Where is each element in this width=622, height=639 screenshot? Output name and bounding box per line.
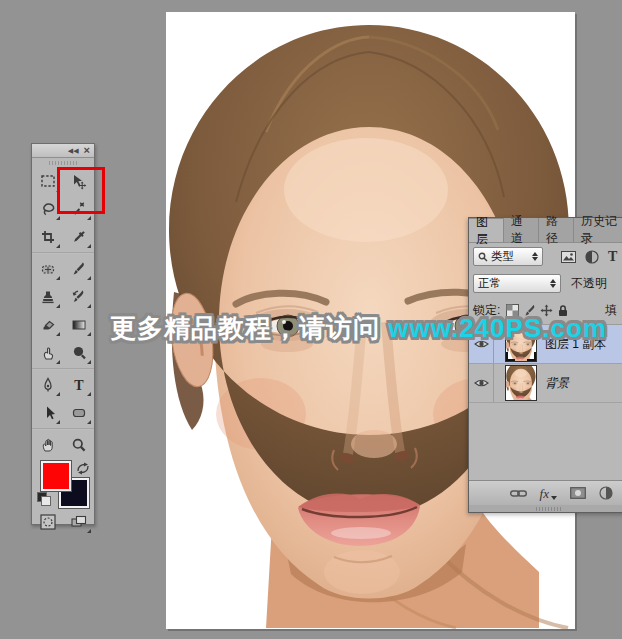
quick-mask-button[interactable] — [32, 508, 63, 536]
layers-panel-bottom-bar: fx — [469, 480, 622, 505]
visibility-toggle[interactable] — [469, 364, 494, 402]
clone-stamp-tool[interactable] — [32, 283, 63, 311]
layers-empty-area — [469, 403, 622, 480]
color-swatches — [32, 459, 96, 508]
search-icon — [478, 252, 488, 262]
panel-resize-grip[interactable] — [469, 505, 622, 512]
tab-layers[interactable]: 图层 — [469, 218, 504, 242]
tools-panel: ◀◀ × — [31, 143, 95, 525]
tab-history[interactable]: 历史记录 — [574, 218, 622, 242]
layer-row-background[interactable]: 背景 — [469, 364, 622, 403]
opacity-label: 不透明 — [571, 275, 607, 292]
rounded-rectangle-tool[interactable] — [63, 399, 94, 427]
pen-tool[interactable] — [32, 371, 63, 399]
blend-mode-row: 正常 不透明 — [469, 270, 622, 297]
blend-mode-select[interactable]: 正常 — [473, 274, 561, 293]
type-tool[interactable]: T — [63, 371, 94, 399]
eyedropper-tool[interactable] — [63, 223, 94, 251]
swap-colors-icon[interactable] — [76, 461, 90, 474]
new-adjustment-layer-icon[interactable] — [599, 486, 613, 500]
path-selection-tool[interactable] — [32, 399, 63, 427]
layer-filter-row: 类型 T — [469, 243, 622, 270]
zoom-tool[interactable] — [63, 431, 94, 459]
layers-panel: 图层 通道 路径 历史记录 类型 T — [468, 217, 622, 513]
layer-thumbnail[interactable] — [505, 365, 537, 401]
filter-adjustment-layers-icon[interactable] — [585, 250, 599, 264]
gradient-tool[interactable] — [63, 311, 94, 339]
spot-healing-brush-tool[interactable] — [32, 255, 63, 283]
brush-tool[interactable] — [63, 255, 94, 283]
eye-icon — [474, 378, 489, 388]
filter-kind-value: 类型 — [491, 249, 514, 264]
filter-pixel-layers-icon[interactable] — [561, 251, 576, 263]
smudge-tool[interactable] — [32, 339, 63, 367]
fill-label: 填 — [605, 302, 622, 319]
watermark-text: 更多精品教程，请访问 — [110, 313, 388, 343]
link-layers-icon[interactable] — [510, 489, 527, 498]
tab-channels[interactable]: 通道 — [504, 218, 539, 242]
close-panel-icon[interactable]: × — [84, 145, 90, 156]
blend-mode-value: 正常 — [478, 276, 501, 291]
add-layer-mask-icon[interactable] — [570, 487, 586, 499]
layer-style-icon[interactable]: fx — [540, 484, 557, 502]
history-brush-tool[interactable] — [63, 283, 94, 311]
select-updown-icon — [532, 252, 538, 261]
layer-name[interactable]: 背景 — [545, 375, 569, 392]
watermark-link: www.240PS.com — [388, 313, 607, 343]
default-colors-icon[interactable] — [37, 492, 50, 505]
filter-type-layers-icon[interactable]: T — [608, 249, 617, 265]
select-updown-icon — [550, 279, 556, 288]
panel-grip[interactable] — [32, 158, 94, 167]
photoshop-workspace: ◀◀ × — [0, 0, 622, 639]
filter-kind-select[interactable]: 类型 — [473, 247, 543, 266]
panel-tab-bar: 图层 通道 路径 历史记录 — [469, 218, 622, 243]
hand-tool[interactable] — [32, 431, 63, 459]
tools-panel-titlebar: ◀◀ × — [32, 144, 94, 158]
move-tool-highlight-annotation — [57, 167, 105, 214]
tab-paths[interactable]: 路径 — [539, 218, 574, 242]
dodge-tool[interactable] — [63, 339, 94, 367]
eraser-tool[interactable] — [32, 311, 63, 339]
tutorial-watermark: 更多精品教程，请访问 www.240PS.com — [110, 311, 607, 346]
collapse-panel-icon[interactable]: ◀◀ — [68, 147, 79, 154]
crop-tool[interactable] — [32, 223, 63, 251]
foreground-color-swatch[interactable] — [41, 461, 71, 491]
svg-text:T: T — [74, 378, 84, 393]
screen-mode-button[interactable] — [63, 508, 94, 536]
